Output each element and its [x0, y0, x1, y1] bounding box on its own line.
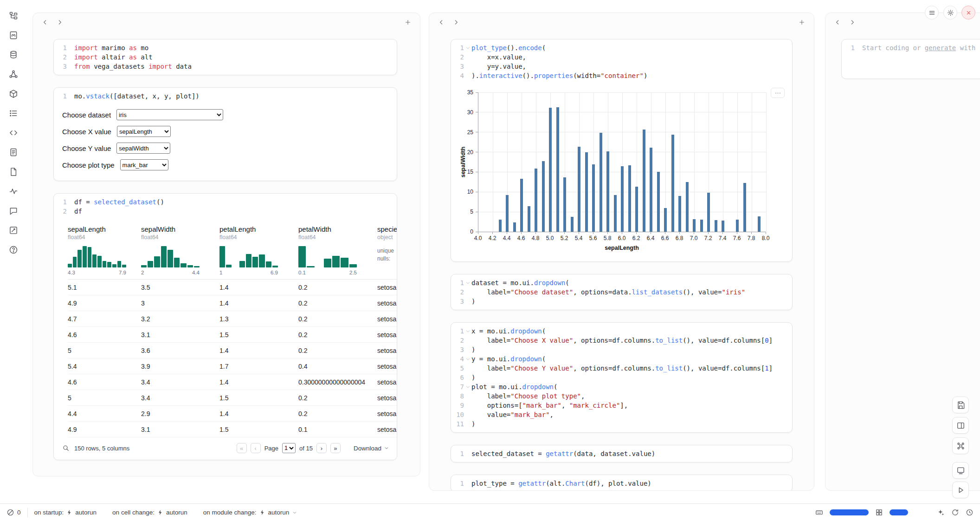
setting-value: autorun: [75, 509, 97, 516]
chart-options-button[interactable]: [771, 88, 785, 98]
table-column-header: petalWidthfloat640.12.5: [298, 225, 377, 275]
ai-sparkles-icon[interactable]: [937, 508, 945, 516]
column-range: 4.37.9: [68, 270, 126, 275]
code-token: df: [74, 198, 86, 206]
control-label: Choose X value: [62, 128, 111, 136]
code-line: 1x = mo.ui.dropdown(: [452, 326, 787, 336]
tracing-icon[interactable]: [6, 185, 21, 198]
fold-toggle[interactable]: [464, 354, 471, 364]
column-move-left-button[interactable]: [39, 16, 52, 29]
add-cell-button[interactable]: [795, 16, 808, 29]
help-icon[interactable]: [6, 243, 21, 256]
code-token: y.value,: [495, 63, 526, 70]
code-token: y: [471, 355, 479, 363]
logs-icon[interactable]: [6, 146, 21, 159]
histogram-bar: [332, 256, 340, 267]
column-histogram: [219, 245, 278, 267]
usage-bar-primary[interactable]: [830, 509, 869, 515]
code-line: 11): [452, 419, 787, 429]
presenter-mode-button[interactable]: [952, 462, 969, 479]
code-token: vega_datasets: [90, 63, 148, 70]
notebook-menu-button[interactable]: [925, 6, 939, 20]
chart-bar: [743, 183, 746, 232]
errors-indicator[interactable]: 0: [6, 508, 21, 516]
code-token: mo.: [74, 92, 86, 100]
control-dropdown[interactable]: sepalWidth: [116, 143, 170, 154]
table-header-row: sepalLengthfloat644.37.9sepalWidthfloat6…: [68, 220, 397, 280]
chat-icon[interactable]: [6, 204, 21, 217]
previous-page-button[interactable]: ‹: [251, 443, 261, 453]
control-dropdown[interactable]: mark_bar: [120, 159, 168, 170]
runtime-clock-icon[interactable]: [966, 508, 974, 516]
usage-bar-secondary[interactable]: [890, 509, 908, 515]
fold-toggle[interactable]: [464, 278, 471, 287]
code-line: 1plot_type().encode(: [452, 43, 787, 52]
scratchpad-icon[interactable]: [6, 224, 21, 237]
last-page-button[interactable]: »: [330, 443, 341, 453]
add-cell-button[interactable]: [401, 16, 414, 29]
grid-icon[interactable]: [875, 508, 883, 516]
datasources-icon[interactable]: [6, 48, 21, 61]
column-type: float64: [141, 234, 213, 241]
panel-layout-button[interactable]: [952, 417, 969, 434]
table-cell: 3.1: [141, 331, 219, 339]
snippets-icon[interactable]: [6, 126, 21, 139]
code-token: =: [86, 198, 90, 206]
file-tree-icon[interactable]: [6, 9, 21, 22]
generate-with-ai-link[interactable]: generate: [925, 44, 956, 52]
next-page-button[interactable]: ›: [316, 443, 327, 453]
histogram-bar: [112, 264, 116, 267]
shutdown-button[interactable]: [961, 6, 975, 20]
keyboard-shortcuts-icon[interactable]: [815, 508, 823, 516]
restart-kernel-icon[interactable]: [951, 508, 959, 516]
outline-icon[interactable]: [6, 107, 21, 120]
packages-icon[interactable]: [6, 87, 21, 100]
fold-toggle[interactable]: [464, 43, 471, 52]
histogram-bar: [219, 246, 225, 267]
column-move-right-button[interactable]: [53, 16, 66, 29]
run-all-button[interactable]: [952, 482, 969, 498]
min-value: 1: [219, 270, 222, 275]
y-tick-label: 35: [457, 89, 473, 96]
code-line: 8 label="Choose plot type",: [452, 391, 787, 401]
code-content: ): [471, 419, 475, 429]
control-dropdown[interactable]: iris: [116, 109, 223, 120]
code-token: mo: [137, 44, 148, 52]
control-dropdown[interactable]: sepalLength: [117, 126, 171, 137]
settings-button[interactable]: [943, 6, 957, 20]
table-cell: 3.9: [141, 363, 219, 370]
command-palette-button[interactable]: [952, 437, 969, 454]
table-column-header: sepalLengthfloat644.37.9: [68, 225, 141, 275]
chart-output: 051015202530354.04.24.44.64.85.05.25.45.…: [457, 85, 787, 258]
on-cell-change-setting[interactable]: on cell change:autorun: [112, 509, 187, 516]
documentation-icon[interactable]: [6, 165, 21, 178]
column-name: petalWidth: [298, 225, 371, 233]
code-content: x=x.value,: [471, 52, 526, 62]
first-page-button[interactable]: «: [237, 443, 247, 453]
table-row: 4.42.91.40.2setosa: [68, 406, 397, 422]
column-move-right-button[interactable]: [450, 16, 463, 29]
on-startup-setting[interactable]: on startup:autorun: [34, 509, 97, 516]
line-number: 3: [55, 62, 67, 71]
fold-toggle[interactable]: [464, 382, 471, 391]
code-token: , options: [573, 365, 608, 372]
column-move-left-button[interactable]: [831, 16, 844, 29]
table-row: 4.73.21.30.2setosa: [68, 311, 397, 327]
search-button[interactable]: [62, 444, 70, 452]
fold-toggle[interactable]: [464, 326, 471, 336]
page-select[interactable]: 1: [282, 443, 296, 453]
code-token: value: [471, 411, 507, 418]
save-notebook-button[interactable]: [952, 397, 969, 413]
on-module-change-setting[interactable]: on module change:autorun: [203, 509, 298, 516]
column-move-left-button[interactable]: [435, 16, 448, 29]
code-token: =: [510, 480, 514, 487]
x-tick-label: 4.8: [529, 235, 542, 241]
pagination: «‹Page1of 15›»: [237, 443, 341, 453]
marimo-file-icon[interactable]: [6, 29, 21, 42]
notebook-column-1: 1import marimo as mo2import altair as al…: [32, 13, 420, 476]
download-button[interactable]: Download: [354, 445, 389, 452]
column-move-right-button[interactable]: [846, 16, 859, 29]
dependency-graph-icon[interactable]: [6, 68, 21, 81]
table-cell: setosa: [377, 315, 397, 323]
page-label: Page: [264, 445, 278, 452]
